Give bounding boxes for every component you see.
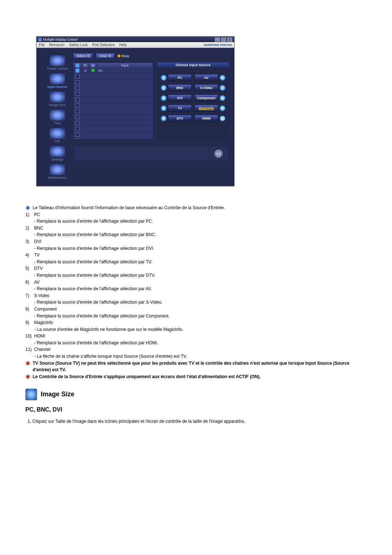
table-row[interactable] bbox=[73, 114, 153, 120]
warning-note-1: ✱ TV Source (Source TV) ne peut être sél… bbox=[25, 360, 367, 373]
notes-section: ✱ Le Tableau d'Information fournit l'inf… bbox=[0, 204, 392, 439]
header-check-col[interactable] bbox=[73, 63, 82, 68]
warning-note-2: ✱ Le Contrôle de la Source d'Entrée s'ap… bbox=[25, 373, 367, 380]
callout-badge: 10 bbox=[220, 116, 225, 121]
subheading: PC, BNC, DVI bbox=[25, 405, 367, 414]
clear-all-button[interactable]: Clear All bbox=[96, 53, 115, 59]
input-source-button[interactable]: AV bbox=[195, 74, 218, 81]
input-source-cell: 3DVI bbox=[161, 94, 192, 102]
checkbox-icon bbox=[75, 115, 79, 119]
input-source-button[interactable]: S-Video bbox=[195, 84, 218, 92]
pip-icon bbox=[50, 128, 65, 139]
input-source-button[interactable]: DVI bbox=[168, 94, 192, 102]
row-check[interactable] bbox=[73, 80, 81, 84]
sidebar-item-time[interactable]: Time bbox=[42, 110, 73, 125]
checkbox-icon bbox=[75, 133, 79, 137]
table-row[interactable] bbox=[73, 126, 153, 132]
input-source-button[interactable]: HDMI bbox=[195, 115, 218, 122]
note-description: - Remplace la source d'entrée de l'affic… bbox=[25, 272, 367, 279]
menu-remocon[interactable]: Remocon bbox=[49, 43, 65, 47]
input-source-button[interactable]: BNC bbox=[168, 84, 192, 92]
row-check[interactable] bbox=[73, 104, 81, 108]
table-row[interactable] bbox=[73, 85, 153, 91]
row-check[interactable] bbox=[73, 98, 81, 102]
maximize-button[interactable]: □ bbox=[221, 37, 226, 42]
checkbox-icon bbox=[75, 109, 79, 113]
row-check[interactable] bbox=[73, 74, 81, 78]
row-check[interactable] bbox=[73, 133, 81, 137]
input-source-cell: AV6 bbox=[195, 74, 225, 81]
input-source-button[interactable]: DTV bbox=[168, 115, 192, 122]
note-title: BNC bbox=[34, 225, 43, 232]
table-row[interactable] bbox=[73, 80, 153, 85]
table-row[interactable] bbox=[73, 138, 153, 139]
input-source-button[interactable]: MagicInfo bbox=[195, 105, 218, 112]
input-source-cell: S-Video7 bbox=[195, 84, 225, 92]
note-number: 8) bbox=[25, 306, 34, 313]
input-source-icon bbox=[50, 73, 65, 84]
minimize-button[interactable]: _ bbox=[215, 37, 220, 42]
sidebar-item-input-source[interactable]: Input Source bbox=[42, 73, 73, 89]
main-column: Select All Clear All Busy bbox=[73, 53, 229, 182]
sidebar-item-power-control[interactable]: Power Control bbox=[42, 55, 73, 70]
note-number: 7) bbox=[25, 292, 34, 299]
row-check[interactable] bbox=[73, 115, 81, 119]
row-check[interactable] bbox=[73, 86, 81, 90]
table-row[interactable]: 0PC bbox=[73, 68, 153, 74]
row-check[interactable] bbox=[73, 92, 81, 96]
table-row[interactable] bbox=[73, 132, 153, 138]
sidebar-item-label: PIP bbox=[42, 139, 73, 143]
list-body[interactable]: 0PC bbox=[73, 68, 153, 139]
sidebar-item-settings[interactable]: Settings bbox=[42, 146, 73, 161]
row-check[interactable] bbox=[73, 69, 81, 73]
sidebar-item-image-size[interactable]: Image Size bbox=[42, 92, 73, 107]
row-check[interactable] bbox=[73, 121, 81, 125]
sidebar-item-pip[interactable]: PIP bbox=[42, 128, 73, 143]
input-source-cell: 5DTV bbox=[161, 115, 192, 122]
menu-bar: File Remocon Safety Lock Port Selection … bbox=[37, 42, 234, 48]
intro-text: Le Tableau d'Information fournit l'infor… bbox=[33, 204, 225, 211]
row-check[interactable] bbox=[73, 109, 81, 113]
input-grid: 1PCAV62BNCS-Video73DVIComponent84TVMagic… bbox=[157, 68, 229, 129]
close-button[interactable]: X bbox=[227, 37, 233, 42]
input-source-button[interactable]: Component bbox=[195, 94, 218, 102]
row-check[interactable] bbox=[73, 138, 81, 139]
row-id: 0 bbox=[81, 69, 89, 73]
table-row[interactable] bbox=[73, 97, 153, 103]
warning-text-2: Le Contrôle de la Source d'Entrée s'appl… bbox=[33, 373, 261, 380]
note-title: Channel bbox=[34, 346, 50, 353]
input-source-row: 2BNCS-Video7 bbox=[161, 84, 225, 92]
header-input-col: Input bbox=[97, 63, 153, 68]
note-description: - Remplace la source d'entrée de l'affic… bbox=[25, 231, 367, 238]
step-item: 1. Cliquez sur Taille de l'image dans le… bbox=[25, 418, 367, 425]
input-source-cell: Component8 bbox=[195, 94, 225, 102]
callout-badge: 6 bbox=[220, 75, 225, 81]
note-number: 4) bbox=[25, 252, 34, 259]
input-source-row: 3DVIComponent8 bbox=[161, 94, 225, 102]
note-title: DVI bbox=[34, 238, 41, 245]
input-source-button[interactable]: PC bbox=[168, 74, 192, 81]
menu-port-selection[interactable]: Port Selection bbox=[92, 43, 115, 47]
note-title: PC bbox=[34, 211, 40, 218]
app-icon bbox=[38, 38, 42, 41]
menu-file[interactable]: File bbox=[39, 43, 45, 47]
callout-badge: 1 bbox=[161, 75, 167, 81]
app-body: Power Control Input Source Image Size bbox=[37, 48, 234, 186]
input-source-button[interactable]: TV bbox=[168, 105, 192, 112]
status-dot-icon bbox=[91, 69, 95, 72]
table-row[interactable] bbox=[73, 103, 153, 109]
note-number: 10) bbox=[25, 333, 34, 340]
select-all-button[interactable]: Select All bbox=[73, 53, 93, 59]
table-row[interactable] bbox=[73, 109, 153, 114]
note-item: 8)Component bbox=[25, 306, 367, 313]
star-icon: ✱ bbox=[25, 360, 33, 373]
note-item: 11)Channel bbox=[25, 346, 367, 353]
table-row[interactable] bbox=[73, 91, 153, 97]
header-id-col: ID bbox=[82, 63, 89, 68]
menu-help[interactable]: Help bbox=[119, 43, 127, 47]
row-check[interactable] bbox=[73, 127, 81, 131]
sidebar-item-maintenance[interactable]: Maintenance bbox=[42, 164, 73, 179]
table-row[interactable] bbox=[73, 74, 153, 80]
menu-safety-lock[interactable]: Safety Lock bbox=[69, 43, 88, 47]
table-row[interactable] bbox=[73, 120, 153, 126]
